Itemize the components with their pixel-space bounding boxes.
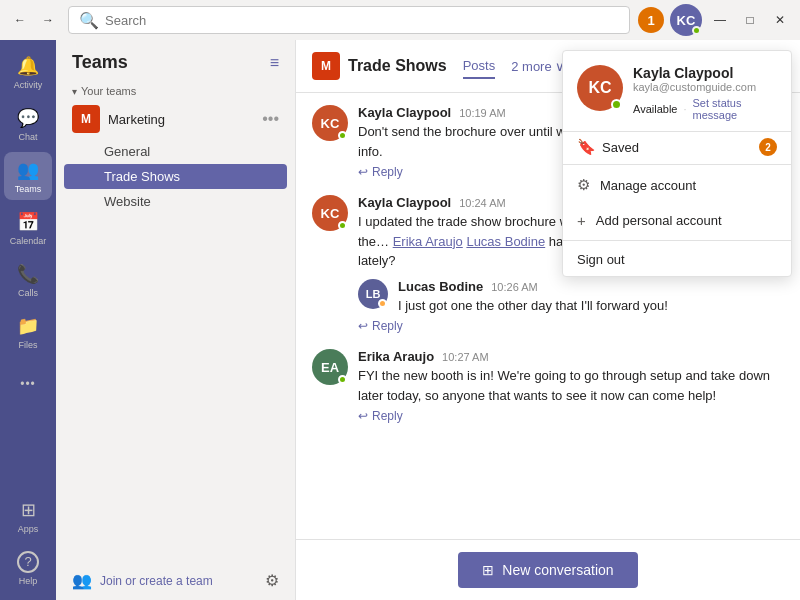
sender-name: Erika Araujo — [358, 349, 434, 364]
dropdown-divider — [563, 240, 791, 241]
settings-icon[interactable]: ⚙ — [265, 571, 279, 590]
channel-avatar: M — [312, 52, 340, 80]
saved-item[interactable]: 🔖 Saved 2 — [563, 132, 791, 162]
marketing-team-name: Marketing — [108, 112, 254, 127]
back-button[interactable]: ← — [8, 8, 32, 32]
message-time: 10:27 AM — [442, 351, 488, 363]
reply-button[interactable]: ↩ Reply — [358, 409, 784, 423]
new-conversation-button[interactable]: ⊞ New conversation — [458, 552, 637, 588]
calendar-label: Calendar — [10, 236, 47, 246]
nested-message-time: 10:26 AM — [491, 281, 537, 293]
add-personal-account-item[interactable]: + Add personal account — [563, 203, 791, 238]
forward-button[interactable]: → — [36, 8, 60, 32]
chat-icon: 💬 — [17, 107, 39, 129]
tab-posts[interactable]: Posts — [463, 54, 496, 79]
activity-icon: 🔔 — [17, 55, 39, 77]
status-dot — [338, 221, 347, 230]
chat-label: Chat — [18, 132, 37, 142]
manage-account-icon: ⚙ — [577, 176, 590, 194]
main-layout: 🔔 Activity 💬 Chat 👥 Teams 📅 Calendar 📞 C… — [0, 40, 800, 600]
teams-icon: 👥 — [17, 159, 39, 181]
sidebar-title: Teams — [72, 52, 128, 73]
teams-label: Teams — [15, 184, 42, 194]
chevron-down-icon: ▾ — [72, 86, 77, 97]
message-content: Erika Araujo 10:27 AM FYI the new booth … — [358, 349, 784, 423]
mention-link-lucas[interactable]: Lucas Bodine — [466, 234, 545, 249]
mention-link-erika[interactable]: Erika Araujo — [393, 234, 463, 249]
nav-teams[interactable]: 👥 Teams — [4, 152, 52, 200]
search-input[interactable] — [105, 13, 619, 28]
profile-status-dot — [611, 99, 622, 110]
help-icon: ? — [17, 551, 39, 573]
new-conversation-icon: ⊞ — [482, 562, 494, 578]
sidebar-filter-button[interactable]: ≡ — [270, 54, 279, 72]
nav-chat[interactable]: 💬 Chat — [4, 100, 52, 148]
maximize-button[interactable]: □ — [738, 8, 762, 32]
marketing-avatar: M — [72, 105, 100, 133]
channel-item-general[interactable]: General — [56, 139, 295, 164]
nav-calendar[interactable]: 📅 Calendar — [4, 204, 52, 252]
nav-calls[interactable]: 📞 Calls — [4, 256, 52, 304]
channel-title: Trade Shows — [348, 57, 447, 75]
join-create-team-link[interactable]: Join or create a team — [100, 574, 257, 588]
set-status-link[interactable]: Set status message — [693, 97, 777, 121]
channel-item-website[interactable]: Website — [56, 189, 295, 214]
channel-list: General Trade Shows Website — [56, 137, 295, 216]
nested-message-header: Lucas Bodine 10:26 AM — [398, 279, 784, 294]
saved-badge: 2 — [759, 138, 777, 156]
status-dot — [338, 375, 347, 384]
add-personal-account-label: Add personal account — [596, 213, 722, 228]
notification-badge: 1 — [638, 7, 664, 33]
close-button[interactable]: ✕ — [768, 8, 792, 32]
more-icon: ••• — [20, 377, 36, 391]
status-dot — [338, 131, 347, 140]
search-icon: 🔍 — [79, 11, 99, 30]
nav-apps[interactable]: ⊞ Apps — [4, 492, 52, 540]
dropdown-divider — [563, 164, 791, 165]
user-avatar-button[interactable]: KC — [670, 4, 702, 36]
reply-icon: ↩ — [358, 409, 368, 423]
tab-more[interactable]: 2 more ∨ — [511, 59, 565, 74]
saved-label: Saved — [602, 140, 639, 155]
manage-account-item[interactable]: ⚙ Manage account — [563, 167, 791, 203]
profile-status: Available · Set status message — [633, 97, 777, 121]
status-dot — [378, 299, 387, 308]
sign-out-item[interactable]: Sign out — [563, 243, 791, 276]
sidebar-item-marketing[interactable]: M Marketing ••• — [56, 101, 295, 137]
nested-message-content: Lucas Bodine 10:26 AM I just got one the… — [398, 279, 784, 316]
nav-help[interactable]: ? Help — [4, 544, 52, 592]
sender-name: Kayla Claypool — [358, 195, 451, 210]
nav-files[interactable]: 📁 Files — [4, 308, 52, 356]
profile-email: kayla@customguide.com — [633, 81, 777, 93]
search-bar[interactable]: 🔍 — [68, 6, 630, 34]
sidebar-header: Teams ≡ — [56, 40, 295, 81]
nav-more[interactable]: ••• — [4, 360, 52, 408]
avatar: KC — [312, 195, 348, 231]
message-time: 10:19 AM — [459, 107, 505, 119]
profile-dropdown: KC Kayla Claypool kayla@customguide.com … — [562, 50, 792, 277]
message-text: FYI the new booth is in! We're going to … — [358, 366, 784, 405]
activity-label: Activity — [14, 80, 43, 90]
files-label: Files — [18, 340, 37, 350]
calls-label: Calls — [18, 288, 38, 298]
user-status-dot — [692, 26, 701, 35]
profile-info: Kayla Claypool kayla@customguide.com Ava… — [633, 65, 777, 121]
profile-avatar: KC — [577, 65, 623, 111]
team-more-icon[interactable]: ••• — [262, 110, 279, 128]
nav-activity[interactable]: 🔔 Activity — [4, 48, 52, 96]
sidebar-footer: 👥 Join or create a team ⚙ — [56, 561, 295, 600]
profile-header: KC Kayla Claypool kayla@customguide.com … — [563, 51, 791, 132]
profile-name: Kayla Claypool — [633, 65, 777, 81]
add-account-icon: + — [577, 212, 586, 229]
calendar-icon: 📅 — [17, 211, 39, 233]
status-separator: · — [683, 103, 686, 115]
saved-icon: 🔖 — [577, 138, 596, 156]
left-nav: 🔔 Activity 💬 Chat 👥 Teams 📅 Calendar 📞 C… — [0, 40, 56, 600]
avatar: EA — [312, 349, 348, 385]
chat-footer: ⊞ New conversation — [296, 539, 800, 600]
avatar: KC — [312, 105, 348, 141]
minimize-button[interactable]: — — [708, 8, 732, 32]
apps-icon: ⊞ — [21, 499, 36, 521]
reply-button[interactable]: ↩ Reply — [358, 319, 784, 333]
channel-item-tradeshows[interactable]: Trade Shows — [64, 164, 287, 189]
